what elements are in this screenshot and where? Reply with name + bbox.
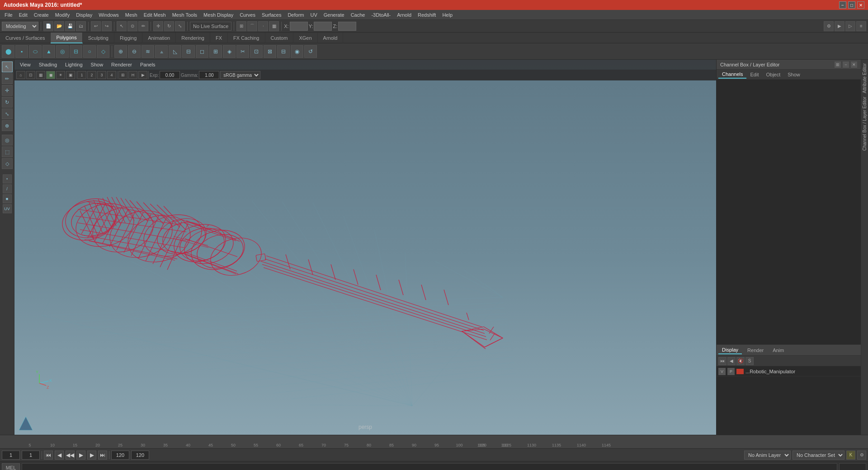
menu-deform[interactable]: Deform (285, 11, 307, 19)
shelf-merge-button[interactable]: ⊞ (209, 45, 222, 58)
current-frame-start-field[interactable] (22, 451, 40, 460)
vp-display1-button[interactable]: 1 (77, 71, 86, 79)
shelf-smooth-button[interactable]: ≋ (142, 45, 154, 58)
close-button[interactable]: ✕ (857, 1, 864, 9)
render-button[interactable]: ▶ (835, 21, 844, 31)
undo-button[interactable]: ↩ (91, 21, 101, 31)
menu-redshift[interactable]: Redshift (415, 11, 439, 19)
vp-display3-button[interactable]: 3 (97, 71, 106, 79)
scale-tool[interactable]: ⤡ (2, 108, 13, 119)
cb-tab-object[interactable]: Object (762, 71, 784, 78)
shelf-connect-button[interactable]: ⊡ (250, 45, 263, 58)
shelf-platonic-button[interactable]: ◇ (97, 45, 109, 58)
snap-surface-button[interactable]: ▦ (269, 21, 279, 31)
cb-pin-button[interactable]: ⊞ (835, 61, 841, 68)
vp-fit-button[interactable]: ⊡ (26, 71, 35, 79)
vp-menu-show[interactable]: Show (87, 61, 107, 68)
layer-tab-anim[interactable]: Anim (769, 347, 788, 354)
vp-menu-shading[interactable]: Shading (35, 61, 61, 68)
soft-mod-tool[interactable]: ◎ (2, 135, 13, 146)
rotate-tool-button[interactable]: ↻ (164, 21, 174, 31)
anim-layer-select[interactable]: No Anim Layer (744, 451, 791, 460)
shelf-combine-button[interactable]: ⊕ (114, 45, 127, 58)
save-as-button[interactable]: 🗂 (76, 21, 86, 31)
lasso-select-button[interactable]: ⊙ (127, 21, 137, 31)
attribute-editor-tab[interactable]: Attribute Editor (861, 61, 868, 95)
shelf-cone-button[interactable]: ▲ (42, 45, 55, 58)
layer-item-robotic[interactable]: V P ...Robotic_Manipulator (717, 367, 861, 376)
shelf-disc-button[interactable]: ○ (83, 45, 96, 58)
mel-input[interactable] (22, 463, 837, 470)
auto-key-button[interactable]: K (846, 451, 855, 460)
tab-curves-surfaces[interactable]: Curves / Surfaces (0, 33, 51, 43)
menu-edit[interactable]: Edit (16, 11, 30, 19)
show-manip-tool[interactable]: ◇ (2, 158, 13, 169)
shelf-plane-button[interactable]: ⊟ (70, 45, 82, 58)
x-coord-field[interactable] (290, 22, 308, 31)
vp-playblast-button[interactable]: ▶ (138, 71, 147, 79)
menu-mesh[interactable]: Mesh (123, 11, 140, 19)
vp-display2-button[interactable]: 2 (87, 71, 96, 79)
menu-surfaces[interactable]: Surfaces (259, 11, 284, 19)
play-forward-button[interactable]: ▶ (76, 451, 85, 460)
layer-mute-button[interactable]: 🔇 (736, 357, 745, 365)
move-tool-button[interactable]: ✛ (153, 21, 163, 31)
shelf-fill-hole-button[interactable]: ◻ (196, 45, 208, 58)
vp-gamma-preset-select[interactable]: sRGB gamma Linear (220, 71, 260, 79)
menu-display[interactable]: Display (73, 11, 95, 19)
vp-smooth-shade-button[interactable]: ◼ (46, 71, 55, 79)
menu-modify[interactable]: Modify (52, 11, 72, 19)
menu-arnold[interactable]: Arnold (394, 11, 414, 19)
tab-custom[interactable]: Custom (265, 33, 294, 43)
select-tool[interactable]: ↖ (2, 61, 13, 72)
character-set-select[interactable]: No Character Set (793, 451, 844, 460)
rotate-tool[interactable]: ↻ (2, 97, 13, 108)
cb-collapse-button[interactable]: − (843, 61, 849, 68)
vp-home-button[interactable]: ⌂ (16, 71, 25, 79)
vp-wireframe-button[interactable]: ▦ (36, 71, 45, 79)
shelf-target-weld-button[interactable]: ◈ (223, 45, 236, 58)
tab-animation[interactable]: Animation (142, 33, 176, 43)
snap-grid-button[interactable]: ⊞ (236, 21, 246, 31)
minimize-button[interactable]: − (839, 1, 846, 9)
vp-exposure-field[interactable] (160, 71, 180, 79)
vertex-mode-button[interactable]: • (3, 174, 12, 183)
paint-select-tool[interactable]: ✏ (2, 73, 13, 84)
menu-help[interactable]: Help (439, 11, 455, 19)
vp-display4-button[interactable]: 4 (107, 71, 116, 79)
preferences-button[interactable]: ⚙ (857, 451, 866, 460)
tab-polygons[interactable]: Polygons (51, 33, 82, 43)
vp-gamma-field[interactable] (199, 71, 219, 79)
vp-menu-view[interactable]: View (16, 61, 34, 68)
layer-rewind-button[interactable]: ⏮ (718, 357, 726, 365)
redo-button[interactable]: ↪ (102, 21, 112, 31)
move-tool[interactable]: ✛ (2, 85, 13, 96)
layer-solo-button[interactable]: S (745, 357, 754, 365)
render-settings-button[interactable]: ⚙ (824, 21, 834, 31)
shelf-torus-button[interactable]: ◎ (56, 45, 69, 58)
tab-rendering[interactable]: Rendering (176, 33, 210, 43)
layer-visibility-button[interactable]: V (718, 368, 726, 375)
face-mode-button[interactable]: ■ (3, 194, 12, 203)
snap-curve-button[interactable]: ⌒ (247, 21, 257, 31)
layer-tab-render[interactable]: Render (744, 347, 767, 354)
scale-tool-button[interactable]: ⤡ (175, 21, 185, 31)
open-file-button[interactable]: 📂 (54, 21, 64, 31)
layer-prev-button[interactable]: ◀ (727, 357, 736, 365)
menu-create[interactable]: Create (31, 11, 52, 19)
vp-grid-button[interactable]: ⊞ (118, 71, 127, 79)
mel-label[interactable]: MEL (2, 463, 20, 470)
shelf-spinedge-button[interactable]: ↺ (304, 45, 317, 58)
shelf-multicut-button[interactable]: ✂ (236, 45, 249, 58)
tab-sculpting[interactable]: Sculpting (83, 33, 114, 43)
vp-menu-renderer[interactable]: Renderer (108, 61, 136, 68)
shelf-cube-button[interactable]: ▪ (15, 45, 28, 58)
z-coord-field[interactable] (338, 22, 356, 31)
menu-mesh-display[interactable]: Mesh Display (201, 11, 236, 19)
cb-close-button[interactable]: ✕ (851, 61, 857, 68)
sculpt-tool[interactable]: ⬚ (2, 146, 13, 157)
mode-select[interactable]: Modeling Rigging Animation FX Rendering (2, 22, 38, 31)
start-frame-field[interactable] (2, 451, 20, 460)
vp-hud-button[interactable]: H (128, 71, 137, 79)
menu-generate[interactable]: Generate (321, 11, 347, 19)
